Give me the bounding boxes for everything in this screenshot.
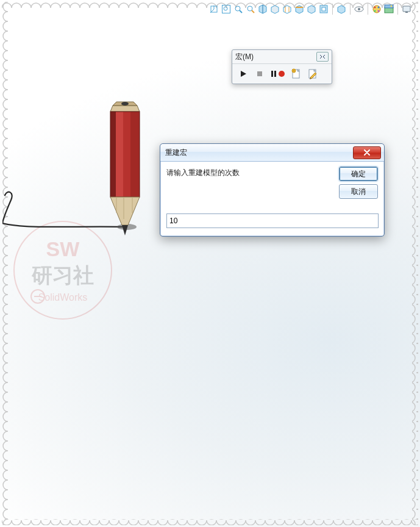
- scene-icon[interactable]: [384, 4, 394, 14]
- cancel-button[interactable]: 取消: [339, 184, 378, 199]
- svg-marker-38: [122, 225, 128, 235]
- macro-new-button[interactable]: [290, 68, 302, 80]
- view-toolbar: [209, 4, 411, 15]
- model-display2-icon[interactable]: [319, 4, 329, 14]
- render-settings-icon[interactable]: [402, 4, 411, 14]
- svg-point-8: [224, 7, 227, 10]
- view-orientation-icon[interactable]: [209, 4, 219, 14]
- watermark-line2: 研习社: [31, 264, 94, 287]
- macro-toolbar-close-button[interactable]: [316, 52, 329, 62]
- svg-point-17: [374, 7, 376, 9]
- toolbar-separator: [368, 4, 368, 15]
- zoom-previous-icon[interactable]: [246, 4, 255, 14]
- svg-rect-35: [123, 112, 130, 197]
- svg-marker-29: [110, 106, 140, 112]
- svg-rect-34: [116, 112, 123, 197]
- appearance-icon[interactable]: [372, 4, 382, 14]
- toolbar-separator: [397, 4, 398, 15]
- svg-rect-1: [2, 519, 418, 525]
- dialog-close-button[interactable]: [353, 146, 381, 159]
- svg-rect-2: [2, 2, 8, 525]
- svg-point-15: [358, 8, 360, 10]
- svg-point-16: [373, 5, 380, 13]
- section-view-icon[interactable]: [258, 4, 268, 14]
- svg-point-18: [378, 7, 380, 9]
- svg-point-31: [121, 102, 129, 106]
- macro-pause-record-button[interactable]: [270, 68, 286, 80]
- zoom-window-icon[interactable]: [221, 4, 231, 14]
- svg-point-9: [235, 6, 240, 11]
- display-style-icon[interactable]: [270, 4, 280, 14]
- visibility-icon[interactable]: [354, 4, 364, 14]
- toolbar-separator: [350, 4, 351, 15]
- svg-rect-3: [412, 2, 418, 525]
- ok-button[interactable]: 确定: [339, 167, 378, 181]
- svg-marker-39: [241, 71, 246, 77]
- svg-rect-24: [403, 6, 410, 12]
- svg-point-43: [279, 71, 285, 77]
- svg-rect-41: [271, 71, 273, 77]
- svg-point-19: [374, 10, 376, 12]
- dialog-title: 重建宏: [165, 148, 187, 158]
- macro-edit-button[interactable]: [307, 68, 319, 80]
- draft-analysis-icon[interactable]: [294, 4, 304, 14]
- watermark-line1: SW: [46, 237, 80, 260]
- zoom-fit-icon[interactable]: [233, 4, 243, 14]
- pencil-model: [105, 99, 144, 237]
- macro-toolbar-title: 宏(M): [235, 52, 254, 62]
- svg-rect-36: [130, 112, 140, 197]
- hlr-style-icon[interactable]: [282, 4, 292, 14]
- svg-rect-40: [257, 71, 262, 76]
- svg-point-23: [391, 5, 393, 7]
- model-display-icon[interactable]: [307, 4, 316, 14]
- svg-rect-42: [274, 71, 276, 77]
- svg-point-20: [378, 10, 380, 12]
- svg-line-10: [240, 10, 242, 13]
- rebuild-macro-dialog: 重建宏 请输入重建模型的次数 确定 取消: [160, 143, 385, 237]
- toolbar-separator: [332, 4, 333, 15]
- watermark-line3: SolidWorks: [38, 292, 88, 303]
- macro-stop-button[interactable]: [254, 68, 266, 80]
- svg-rect-13: [322, 7, 326, 11]
- macro-toolbar[interactable]: 宏(M): [232, 49, 332, 84]
- svg-rect-7: [222, 5, 230, 13]
- rebuild-count-input[interactable]: [166, 213, 379, 228]
- macro-play-button[interactable]: [237, 68, 249, 80]
- svg-rect-25: [405, 12, 408, 13]
- svg-point-11: [247, 6, 252, 11]
- model-display3-icon[interactable]: [336, 4, 346, 14]
- dialog-titlebar[interactable]: 重建宏: [160, 144, 384, 162]
- svg-rect-33: [110, 112, 116, 197]
